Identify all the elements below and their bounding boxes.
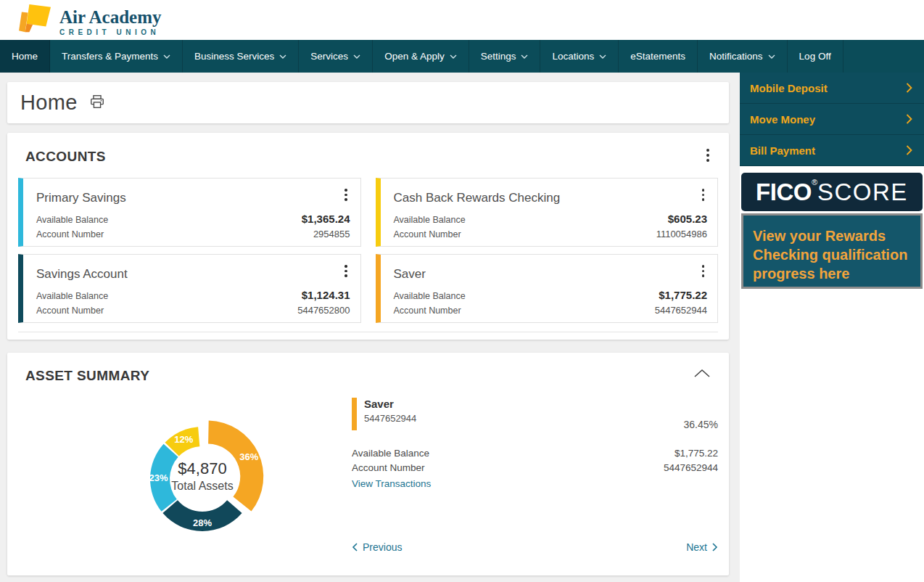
nav-item-settings[interactable]: Settings [469, 40, 541, 73]
available-balance-value: $1,775.22 [659, 287, 707, 303]
detail-account-number: 5447652944 [364, 413, 416, 424]
available-balance-value: $605.23 [668, 210, 707, 227]
promo-text: View your Rewards Checking qualification… [753, 226, 911, 283]
nav-item-business-services[interactable]: Business Services [183, 40, 299, 73]
account-number-label: Account Number [394, 228, 461, 242]
account-menu-button[interactable] [336, 261, 356, 282]
account-number-value: 1110054986 [656, 227, 707, 242]
account-name: Primary Savings [36, 191, 350, 205]
detail-number-value: 5447652944 [664, 461, 718, 475]
account-number-label: Account Number [36, 304, 104, 318]
chevron-down-icon [163, 54, 170, 59]
next-button[interactable]: Next [686, 541, 718, 553]
nav-item-services[interactable]: Services [299, 40, 373, 73]
available-balance-label: Available Balance [394, 290, 466, 303]
account-card-primary-savings[interactable]: Primary Savings Available Balance $1,365… [18, 178, 361, 247]
rewards-checking-promo-banner[interactable]: View your Rewards Checking qualification… [741, 213, 923, 289]
collapse-section-button[interactable] [686, 364, 718, 385]
nav-item-notifications[interactable]: Notifications [698, 40, 788, 73]
view-transactions-link[interactable]: View Transactions [352, 478, 431, 489]
brand-logo-mark-icon [19, 4, 52, 37]
donut-segment-label: 28% [193, 517, 212, 528]
account-name: Savings Account [36, 267, 350, 282]
account-card-savings-account[interactable]: Savings Account Available Balance $1,124… [18, 254, 361, 323]
print-button[interactable] [88, 92, 107, 113]
fico-brand-text: FICO [756, 179, 812, 206]
account-tiles: Primary Savings Available Balance $1,365… [18, 178, 718, 323]
chevron-down-icon [279, 54, 286, 59]
sidebar-link-bill-payment[interactable]: Bill Payment [740, 135, 924, 166]
page-title: Home [20, 91, 78, 115]
chevron-down-icon [768, 54, 775, 59]
asset-donut-chart: 36%28%23%12% $4,870 Total Assets [18, 388, 352, 567]
donut-chart-svg: 36%28%23%12% [128, 402, 276, 550]
right-sidebar: Mobile Deposit Move Money Bill Payment F… [740, 73, 924, 582]
chevron-down-icon [353, 54, 360, 59]
donut-segment[interactable] [208, 421, 263, 512]
sidebar-link-move-money[interactable]: Move Money [740, 104, 924, 135]
chevron-down-icon [599, 54, 606, 59]
brand-name: Air Academy [59, 8, 162, 26]
previous-button[interactable]: Previous [352, 541, 402, 553]
detail-account-name: Saver [364, 398, 416, 410]
account-menu-button[interactable] [693, 184, 714, 205]
chevron-right-icon [712, 543, 718, 552]
chevron-right-icon [906, 114, 912, 124]
account-name: Saver [394, 267, 708, 282]
account-name: Cash Back Rewards Checking [394, 191, 708, 205]
nav-item-locations[interactable]: Locations [540, 40, 619, 73]
available-balance-value: $1,124.31 [302, 287, 350, 303]
nav-item-open-apply[interactable]: Open & Apply [373, 40, 469, 73]
nav-item-home[interactable]: Home [0, 40, 50, 73]
account-menu-button[interactable] [693, 261, 714, 282]
donut-segment-label: 36% [239, 451, 258, 462]
main-nav: Home Transfers & Payments Business Servi… [0, 40, 924, 73]
site-header: Air Academy CREDIT UNION [0, 0, 924, 40]
fico-score-text: SCORE [817, 179, 908, 206]
asset-detail-panel: Saver 5447652944 36.45% Available Balanc… [352, 388, 718, 567]
account-number-label: Account Number [352, 461, 425, 475]
asset-summary-section: ASSET SUMMARY 36%28%23%12% $4,870 Total … [7, 353, 729, 575]
detail-balance-value: $1,775.22 [675, 446, 718, 461]
account-card-cash-back-rewards-checking[interactable]: Cash Back Rewards Checking Available Bal… [376, 178, 719, 247]
donut-segment-label: 23% [149, 472, 168, 483]
accounts-footer-divider [18, 332, 718, 332]
available-balance-value: $1,365.24 [302, 210, 350, 227]
account-number-value: 5447652944 [655, 303, 707, 318]
available-balance-label: Available Balance [36, 290, 108, 303]
available-balance-label: Available Balance [352, 446, 429, 461]
brand-subtitle: CREDIT UNION [59, 28, 162, 36]
account-accent-bar [352, 398, 357, 430]
chevron-right-icon [906, 145, 912, 155]
nav-item-estatements[interactable]: eStatements [619, 40, 698, 73]
available-balance-label: Available Balance [36, 213, 108, 227]
nav-item-transfers-payments[interactable]: Transfers & Payments [50, 40, 183, 73]
page-title-card: Home [7, 82, 729, 123]
chevron-right-icon [906, 83, 912, 93]
fico-score-banner[interactable]: FICO®SCORE [741, 173, 923, 211]
registered-mark: ® [812, 178, 817, 187]
accounts-section: ACCOUNTS Primary Savings Available Balan… [7, 133, 729, 340]
sidebar-link-mobile-deposit[interactable]: Mobile Deposit [740, 73, 924, 104]
account-card-saver[interactable]: Saver Available Balance $1,775.22 Accoun… [376, 254, 719, 323]
asset-summary-title: ASSET SUMMARY [25, 368, 149, 384]
chevron-left-icon [352, 543, 358, 552]
donut-segment-label: 12% [174, 434, 193, 445]
brand-logo[interactable]: Air Academy CREDIT UNION [19, 4, 162, 37]
chevron-down-icon [521, 54, 528, 59]
nav-item-log-off[interactable]: Log Off [788, 40, 843, 73]
account-number-label: Account Number [36, 228, 104, 242]
account-menu-button[interactable] [336, 184, 356, 205]
account-number-label: Account Number [394, 304, 461, 318]
account-number-value: 2954855 [313, 227, 350, 242]
account-number-value: 5447652800 [297, 303, 350, 318]
accounts-title: ACCOUNTS [25, 149, 106, 165]
chevron-up-icon [693, 369, 711, 378]
accounts-menu-button[interactable] [698, 144, 718, 166]
chevron-down-icon [450, 54, 457, 59]
asset-percent: 36.45% [684, 419, 718, 430]
available-balance-label: Available Balance [394, 213, 466, 227]
printer-icon [89, 94, 105, 110]
main-content: Home ACCOUNTS Primary Savings [0, 73, 740, 582]
